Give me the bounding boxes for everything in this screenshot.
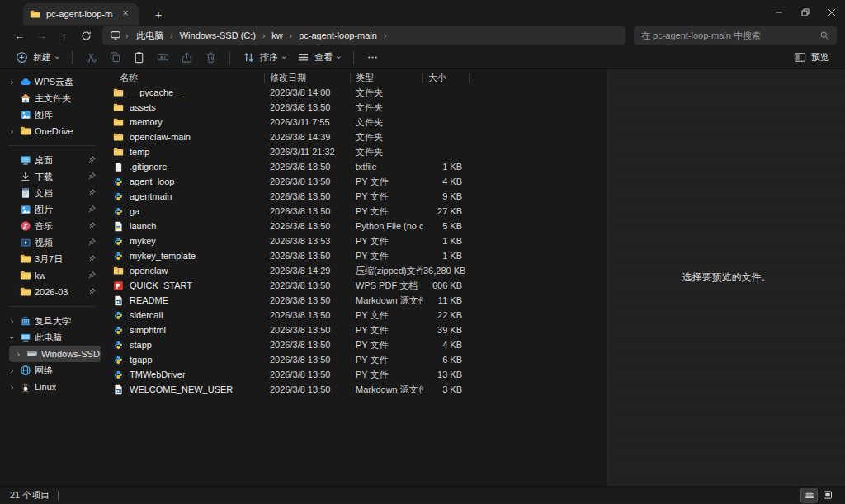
file-row[interactable]: temp2026/3/11 21:32文件夹: [103, 144, 607, 159]
sidebar-item-documents[interactable]: 文档: [2, 185, 101, 201]
file-row[interactable]: stapp2026/3/8 13:50PY 文件4 KB: [103, 337, 607, 352]
file-row[interactable]: QUICK_START2026/3/8 13:50WPS PDF 文档606 K…: [103, 278, 607, 293]
file-name[interactable]: .gitignore: [103, 162, 265, 172]
file-name[interactable]: launch: [103, 221, 265, 232]
file-row[interactable]: openclaw-main2026/3/8 14:39文件夹: [103, 130, 607, 144]
file-name[interactable]: sidercall: [103, 310, 265, 321]
breadcrumb-item[interactable]: 此电脑: [132, 28, 168, 44]
file-row[interactable]: .gitignore2026/3/8 13:50txtfile1 KB: [103, 159, 607, 174]
address-bar[interactable]: › 此电脑›Windows-SSD (C:)›kw›pc-agent-loop-…: [102, 26, 625, 45]
sidebar-item-folder-mar7[interactable]: 3月7日: [2, 251, 101, 267]
cut-button[interactable]: [79, 48, 103, 67]
minimize-button[interactable]: [766, 0, 792, 25]
file-name[interactable]: ga: [103, 206, 265, 217]
sidebar-item-home-folder[interactable]: 主文件夹: [2, 90, 101, 106]
explorer-tab[interactable]: pc-agent-loop-main ×: [23, 3, 139, 25]
chevron-right-icon[interactable]: ›: [7, 366, 17, 375]
file-row[interactable]: sidercall2026/3/8 13:50PY 文件22 KB: [103, 308, 607, 323]
chevron-right-icon[interactable]: ›: [7, 383, 17, 392]
close-button[interactable]: [819, 0, 845, 25]
sidebar-item-windows-ssd-c[interactable]: ›Windows-SSD (C:): [9, 346, 101, 362]
copy-button[interactable]: [103, 48, 127, 67]
sidebar-item-folder-kw[interactable]: kw: [2, 267, 101, 284]
file-row[interactable]: __pycache__2026/3/8 14:00文件夹: [103, 85, 607, 100]
sidebar-item-wps-cloud[interactable]: ›WPS云盘: [2, 73, 101, 90]
file-name[interactable]: agent_loop: [103, 177, 265, 187]
file-row[interactable]: openclaw2026/3/8 14:29压缩(zipped)文件夹36,28…: [103, 263, 607, 278]
preview-toggle-button[interactable]: 预览: [788, 48, 835, 67]
sidebar-item-gallery[interactable]: 图库: [2, 106, 101, 123]
view-button[interactable]: 查看 ›: [291, 48, 347, 67]
new-button[interactable]: 新建 ›: [10, 48, 65, 67]
paste-button[interactable]: [127, 48, 151, 67]
file-name[interactable]: mykey_template: [103, 251, 265, 261]
file-name[interactable]: openclaw: [103, 266, 265, 276]
sidebar-item-fudan-university[interactable]: ›复旦大学: [2, 313, 101, 329]
breadcrumb-item[interactable]: kw: [267, 29, 286, 42]
file-row[interactable]: README2026/3/8 13:50Markdown 源文件11 KB: [103, 293, 607, 308]
file-row[interactable]: mykey_template2026/3/8 13:50PY 文件1 KB: [103, 248, 607, 263]
search-icon[interactable]: [819, 31, 829, 40]
search-box[interactable]: 在 pc-agent-loop-main 中搜索: [634, 26, 837, 45]
file-name[interactable]: WELCOME_NEW_USER: [103, 384, 265, 395]
file-name[interactable]: README: [103, 295, 265, 306]
sidebar-item-videos[interactable]: 视频: [2, 234, 101, 251]
column-header-date[interactable]: 修改日期: [265, 73, 351, 83]
file-row[interactable]: launch2026/3/8 13:50Python File (no con.…: [103, 219, 607, 233]
delete-button[interactable]: [199, 48, 223, 67]
file-name[interactable]: agentmain: [103, 191, 265, 202]
rename-button[interactable]: [151, 48, 175, 67]
sidebar-item-pictures[interactable]: 图片: [2, 201, 101, 218]
file-row[interactable]: assets2026/3/8 13:50文件夹: [103, 100, 607, 115]
file-row[interactable]: mykey2026/3/8 13:53PY 文件1 KB: [103, 233, 607, 248]
column-header-name[interactable]: 名称: [103, 73, 265, 83]
chevron-right-icon[interactable]: ›: [7, 78, 17, 87]
chevron-right-icon[interactable]: ›: [14, 350, 23, 359]
file-row[interactable]: agentmain2026/3/8 13:50PY 文件9 KB: [103, 189, 607, 204]
sidebar-item-desktop[interactable]: 桌面: [2, 152, 101, 168]
chevron-right-icon[interactable]: ›: [7, 127, 17, 136]
sidebar-item-music[interactable]: 音乐: [2, 218, 101, 234]
sort-button[interactable]: 排序 ›: [237, 48, 292, 67]
file-name[interactable]: __pycache__: [103, 87, 265, 98]
chevron-down-icon[interactable]: ›: [7, 333, 17, 342]
up-icon[interactable]: ↑: [53, 30, 75, 42]
file-row[interactable]: tgapp2026/3/8 13:50PY 文件6 KB: [103, 352, 607, 367]
file-name[interactable]: openclaw-main: [103, 132, 265, 143]
tab-close-icon[interactable]: ×: [119, 7, 132, 21]
new-tab-button[interactable]: +: [150, 8, 167, 21]
search-input[interactable]: 在 pc-agent-loop-main 中搜索: [641, 30, 819, 42]
sidebar-item-network[interactable]: ›网络: [2, 362, 101, 379]
file-row[interactable]: TMWebDriver2026/3/8 13:50PY 文件13 KB: [103, 367, 607, 382]
chevron-right-icon[interactable]: ›: [7, 317, 17, 326]
sidebar-item-linux[interactable]: ›Linux: [2, 379, 101, 395]
breadcrumb-item[interactable]: pc-agent-loop-main: [295, 29, 381, 42]
large-icons-view-button[interactable]: [819, 488, 835, 502]
file-row[interactable]: WELCOME_NEW_USER2026/3/8 13:50Markdown 源…: [103, 382, 607, 397]
file-row[interactable]: ga2026/3/8 13:50PY 文件27 KB: [103, 204, 607, 219]
sidebar-item-this-pc[interactable]: ›此电脑: [2, 329, 101, 346]
restore-button[interactable]: [792, 0, 819, 25]
sidebar-item-downloads[interactable]: 下载: [2, 168, 101, 185]
file-row[interactable]: memory2026/3/11 7:55文件夹: [103, 115, 607, 130]
file-name[interactable]: memory: [103, 117, 265, 128]
forward-icon[interactable]: →: [31, 30, 53, 42]
file-name[interactable]: QUICK_START: [103, 280, 265, 291]
share-button[interactable]: [175, 48, 199, 67]
file-name[interactable]: assets: [103, 102, 265, 113]
file-row[interactable]: simphtml2026/3/8 13:50PY 文件39 KB: [103, 323, 607, 337]
file-name[interactable]: temp: [103, 147, 265, 158]
sidebar-item-onedrive[interactable]: ›OneDrive: [2, 123, 101, 139]
file-name[interactable]: simphtml: [103, 325, 265, 336]
column-header-size[interactable]: 大小: [423, 73, 470, 83]
breadcrumb-item[interactable]: Windows-SSD (C:): [176, 29, 260, 42]
details-view-button[interactable]: [801, 488, 817, 502]
back-icon[interactable]: ←: [8, 30, 31, 42]
more-button[interactable]: [361, 48, 385, 67]
file-name[interactable]: TMWebDriver: [103, 370, 265, 380]
file-name[interactable]: stapp: [103, 340, 265, 351]
file-row[interactable]: agent_loop2026/3/8 13:50PY 文件4 KB: [103, 174, 607, 189]
file-name[interactable]: tgapp: [103, 355, 265, 365]
refresh-icon[interactable]: [75, 31, 97, 41]
sidebar-item-folder-2026-03[interactable]: 2026-03: [2, 284, 101, 300]
